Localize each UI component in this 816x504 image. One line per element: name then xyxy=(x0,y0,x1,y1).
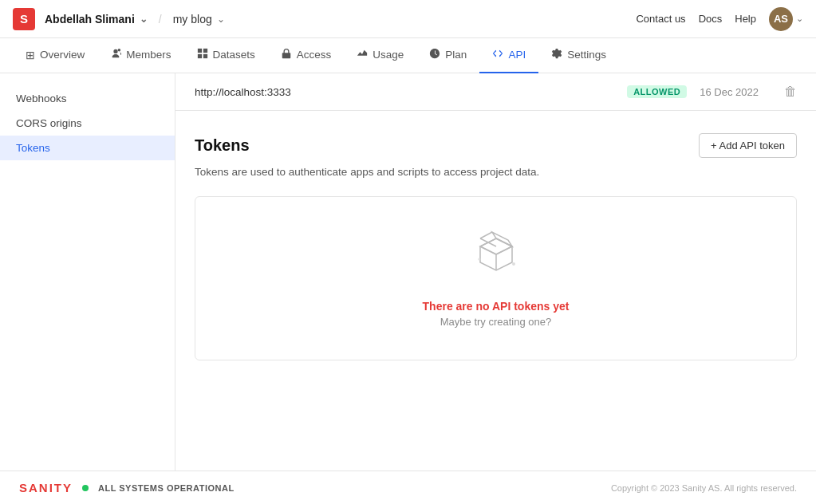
secondary-nav: ⊞ Overview Members Datasets Access Usage… xyxy=(0,38,816,73)
api-icon xyxy=(492,48,503,61)
footer-copyright: Copyright © 2023 Sanity AS. All rights r… xyxy=(611,483,797,493)
tokens-header: Tokens + Add API token xyxy=(195,133,797,158)
add-api-token-button[interactable]: + Add API token xyxy=(699,133,797,158)
sidebar: Webhooks CORS origins Tokens xyxy=(0,73,175,471)
empty-state-title: There are no API tokens yet xyxy=(423,300,570,313)
logo: S xyxy=(13,8,35,30)
project-selector[interactable]: Abdellah Slimani ⌄ xyxy=(45,13,148,26)
svg-line-8 xyxy=(496,246,512,254)
footer-brand: SANITY xyxy=(19,481,73,494)
empty-state-box: There are no API tokens yet Maybe try cr… xyxy=(195,196,797,360)
user-menu[interactable]: AS ⌄ xyxy=(769,7,803,31)
datasets-icon xyxy=(197,48,208,61)
avatar-chevron-icon: ⌄ xyxy=(796,14,803,24)
cors-url: http://localhost:3333 xyxy=(195,86,614,98)
sidebar-item-cors[interactable]: CORS origins xyxy=(0,111,175,136)
overview-icon: ⊞ xyxy=(26,49,35,61)
tab-plan[interactable]: Plan xyxy=(416,38,479,73)
help-link[interactable]: Help xyxy=(735,13,756,25)
tab-api[interactable]: API xyxy=(479,38,538,73)
usage-icon xyxy=(357,48,368,61)
avatar-initials: AS xyxy=(774,13,788,25)
content-area: http://localhost:3333 ALLOWED 16 Dec 202… xyxy=(175,73,816,471)
tokens-section: Tokens + Add API token Tokens are used t… xyxy=(175,111,816,380)
access-icon xyxy=(281,48,292,61)
empty-state-subtitle: Maybe try creating one? xyxy=(440,316,551,328)
sidebar-item-tokens[interactable]: Tokens xyxy=(0,136,175,160)
separator: / xyxy=(159,13,162,26)
tab-usage[interactable]: Usage xyxy=(344,38,416,73)
main-layout: Webhooks CORS origins Tokens http://loca… xyxy=(0,73,816,471)
tab-overview[interactable]: ⊞ Overview xyxy=(13,38,97,73)
contact-us-link[interactable]: Contact us xyxy=(636,13,685,25)
empty-box-icon xyxy=(468,229,524,287)
top-bar: S Abdellah Slimani ⌄ / my blog ⌄ Contact… xyxy=(0,0,816,38)
footer: SANITY ALL SYSTEMS OPERATIONAL Copyright… xyxy=(0,471,816,504)
avatar: AS xyxy=(769,7,793,31)
tab-access[interactable]: Access xyxy=(268,38,345,73)
svg-point-13 xyxy=(478,258,480,261)
delete-cors-button[interactable]: 🗑 xyxy=(784,85,797,99)
svg-rect-1 xyxy=(203,49,207,53)
workspace-name: my blog xyxy=(173,13,212,26)
workspace-chevron-icon: ⌄ xyxy=(217,14,225,25)
tab-settings[interactable]: Settings xyxy=(538,38,619,73)
plan-icon xyxy=(429,48,440,61)
cors-date: 16 Dec 2022 xyxy=(700,86,759,98)
svg-rect-0 xyxy=(197,49,201,53)
sidebar-item-webhooks[interactable]: Webhooks xyxy=(0,86,175,111)
tokens-description: Tokens are used to authenticate apps and… xyxy=(195,164,797,180)
status-text: ALL SYSTEMS OPERATIONAL xyxy=(98,483,235,493)
project-name: Abdellah Slimani xyxy=(45,13,135,26)
svg-point-12 xyxy=(512,262,515,266)
project-chevron-icon: ⌄ xyxy=(140,14,148,25)
settings-icon xyxy=(551,48,562,61)
tab-members[interactable]: Members xyxy=(97,38,183,73)
status-dot-icon xyxy=(82,485,89,491)
allowed-badge: ALLOWED xyxy=(627,85,687,98)
workspace-selector[interactable]: my blog ⌄ xyxy=(173,13,225,26)
svg-rect-2 xyxy=(197,54,201,58)
tokens-title: Tokens xyxy=(195,136,250,155)
members-icon xyxy=(110,48,121,61)
svg-line-7 xyxy=(480,246,496,254)
svg-line-10 xyxy=(480,232,492,238)
cors-entry-row: http://localhost:3333 ALLOWED 16 Dec 202… xyxy=(175,73,816,111)
svg-rect-3 xyxy=(203,54,207,58)
tab-datasets[interactable]: Datasets xyxy=(184,38,268,73)
top-bar-right: Contact us Docs Help AS ⌄ xyxy=(636,7,803,31)
docs-link[interactable]: Docs xyxy=(699,13,723,25)
